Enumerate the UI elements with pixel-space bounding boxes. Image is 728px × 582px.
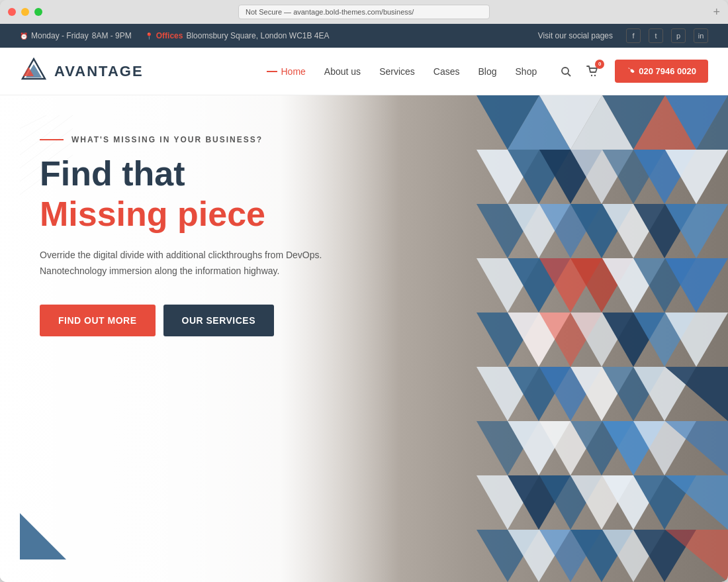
nav-item-cases[interactable]: Cases bbox=[433, 66, 460, 77]
top-bar: ⏰ Monday - Friday 8AM - 9PM 📍 Offices Bl… bbox=[0, 24, 728, 48]
hero-title-accent: Missing piece bbox=[40, 195, 344, 233]
address-bar-text: Not Secure — avantage.bold-themes.com/bu… bbox=[246, 8, 414, 16]
search-icon-btn[interactable] bbox=[557, 62, 575, 81]
pinterest-icon[interactable]: p bbox=[671, 28, 686, 43]
hero-subtitle-text: WHAT'S MISSING IN YOUR BUSINESS? bbox=[71, 135, 263, 144]
phone-button[interactable]: 020 7946 0020 bbox=[615, 60, 708, 83]
hero-subtitle: WHAT'S MISSING IN YOUR BUSINESS? bbox=[40, 135, 344, 144]
svg-point-5 bbox=[591, 74, 592, 75]
findout-button[interactable]: Find out more bbox=[40, 305, 156, 336]
svg-marker-77 bbox=[20, 513, 66, 559]
nav-active-indicator bbox=[267, 71, 277, 72]
nav-item-shop[interactable]: Shop bbox=[516, 66, 537, 77]
bottom-triangle bbox=[20, 513, 66, 562]
svg-point-6 bbox=[594, 74, 596, 75]
browser-window: Not Secure — avantage.bold-themes.com/bu… bbox=[0, 0, 728, 582]
svg-line-4 bbox=[568, 73, 570, 76]
main-nav: Home About us Services Cases Blog Shop bbox=[267, 66, 537, 77]
offices-item: 📍 Offices Bloomsbury Square, London WC1B… bbox=[145, 31, 330, 40]
hero-buttons: Find out more Our Services bbox=[40, 305, 344, 336]
logo[interactable]: AVANTAGE bbox=[20, 58, 144, 85]
logo-icon bbox=[20, 58, 48, 85]
offices-value: Bloomsbury Square, London WC1B 4EA bbox=[186, 31, 329, 40]
minimize-button[interactable] bbox=[21, 8, 29, 16]
browser-content: ⏰ Monday - Friday 8AM - 9PM 📍 Offices Bl… bbox=[0, 24, 728, 582]
hours-value: 8AM - 9PM bbox=[92, 31, 132, 40]
nav-item-about[interactable]: About us bbox=[324, 66, 361, 77]
logo-text: AVANTAGE bbox=[54, 63, 144, 80]
svg-point-3 bbox=[562, 68, 569, 74]
hero-triangles bbox=[477, 95, 728, 582]
nav-label-home: Home bbox=[281, 66, 306, 77]
hero-section: WHAT'S MISSING IN YOUR BUSINESS? Find th… bbox=[0, 95, 728, 582]
close-button[interactable] bbox=[8, 8, 16, 16]
top-bar-right: Visit our social pages f t p in bbox=[538, 28, 708, 43]
nav-item-blog[interactable]: Blog bbox=[478, 66, 497, 77]
cart-icon-btn[interactable]: 0 bbox=[583, 62, 602, 81]
services-button[interactable]: Our Services bbox=[163, 305, 275, 336]
nav-icons: 0 020 7946 0020 bbox=[557, 60, 708, 83]
cart-badge: 0 bbox=[595, 60, 604, 69]
location-icon: 📍 bbox=[145, 32, 153, 40]
nav-item-home[interactable]: Home bbox=[267, 66, 306, 77]
hours-label: Monday - Friday bbox=[31, 31, 89, 40]
clock-icon: ⏰ bbox=[20, 32, 28, 40]
new-tab-button[interactable]: + bbox=[713, 6, 720, 18]
top-bar-left: ⏰ Monday - Friday 8AM - 9PM 📍 Offices Bl… bbox=[20, 31, 330, 40]
maximize-button[interactable] bbox=[34, 8, 42, 16]
site-header: AVANTAGE Home About us Services Cases Bl… bbox=[0, 48, 728, 95]
address-bar[interactable]: Not Secure — avantage.bold-themes.com/bu… bbox=[238, 5, 490, 19]
facebook-icon[interactable]: f bbox=[626, 28, 641, 43]
social-label: Visit our social pages bbox=[538, 31, 613, 40]
hours-item: ⏰ Monday - Friday 8AM - 9PM bbox=[20, 31, 132, 40]
hero-description: Override the digital divide with additio… bbox=[40, 248, 344, 279]
hero-content: WHAT'S MISSING IN YOUR BUSINESS? Find th… bbox=[0, 95, 384, 376]
linkedin-icon[interactable]: in bbox=[694, 28, 708, 43]
nav-item-services[interactable]: Services bbox=[379, 66, 415, 77]
browser-titlebar: Not Secure — avantage.bold-themes.com/bu… bbox=[0, 0, 728, 24]
hero-subtitle-line bbox=[40, 139, 64, 140]
offices-label: Offices bbox=[156, 31, 183, 40]
twitter-icon[interactable]: t bbox=[649, 28, 663, 43]
phone-number: 020 7946 0020 bbox=[639, 66, 696, 76]
hero-title-main: Find that bbox=[40, 155, 344, 193]
